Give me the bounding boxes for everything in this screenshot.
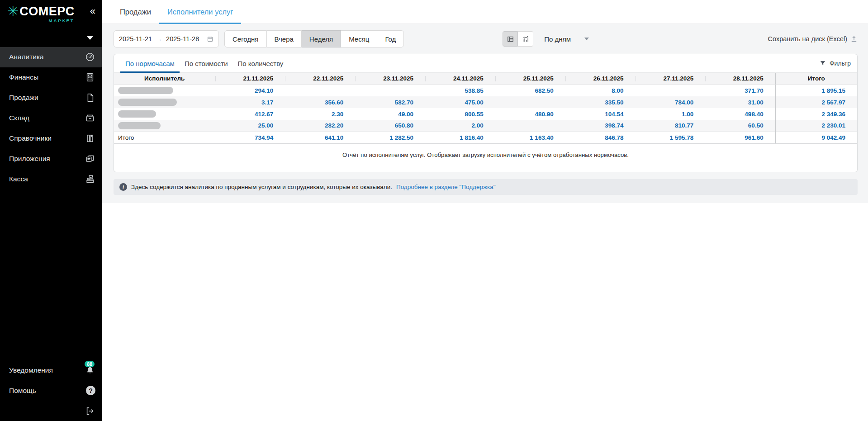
empty-area (102, 203, 868, 421)
notifications-badge: 88 (85, 361, 95, 368)
info-banner: i Здесь содержится аналитика по проданны… (114, 179, 858, 195)
funnel-icon (820, 60, 826, 66)
cell-value: 371.70 (705, 85, 775, 96)
table-row[interactable]: 3.17 356.60 582.70 475.00 335.50 784.00 … (114, 96, 857, 108)
cell-value (636, 85, 706, 96)
date-from: 2025-11-21 (119, 35, 152, 43)
range-button-month[interactable]: Месяц (341, 30, 377, 47)
tab-service-performers[interactable]: Исполнители услуг (159, 0, 241, 24)
store-selector-caret-icon[interactable] (86, 36, 94, 40)
tab-label: По стоимости (185, 60, 228, 67)
cell-value: 1.00 (636, 108, 706, 120)
report-caption: Отчёт по исполнителям услуг. Отображает … (114, 144, 857, 172)
cell-value: 104.54 (565, 108, 636, 120)
sidebar-item-logout[interactable] (0, 401, 102, 421)
column-header-date: 28.11.2025 (705, 73, 775, 85)
filter-button[interactable]: Фильтр (820, 54, 851, 72)
column-header-date: 24.11.2025 (425, 73, 495, 85)
sidebar-item-directories[interactable]: Справочники (0, 128, 102, 149)
sidebar-item-help[interactable]: Помощь ? (0, 380, 102, 401)
cell-value (285, 85, 355, 96)
total-value: 1 282.50 (355, 132, 425, 143)
cell-value: 60.50 (705, 120, 775, 132)
brand-subtitle: МАРКЕТ (7, 19, 75, 23)
cell-value: 800.55 (425, 108, 495, 120)
sidebar-item-warehouse[interactable]: Склад (0, 108, 102, 128)
tab-by-cost[interactable]: По стоимости (180, 54, 233, 72)
cell-value: 475.00 (425, 96, 495, 108)
table-row[interactable]: 412.67 2.30 49.00 800.55 480.90 104.54 1… (114, 108, 857, 120)
table-header-row: Исполнитель 21.11.2025 22.11.2025 23.11.… (114, 73, 857, 85)
cell-value: 582.70 (355, 96, 425, 108)
cell-value: 8.00 (565, 85, 636, 96)
date-to: 2025-11-28 (166, 35, 199, 43)
table-row[interactable]: 294.10 538.85 682.50 8.00 371.70 1 895.1… (114, 85, 857, 96)
document-icon (85, 92, 95, 103)
total-value: 734.94 (215, 132, 285, 143)
cell-value (495, 120, 565, 132)
sidebar-collapse-icon[interactable]: « (90, 6, 95, 16)
cell-total: 2 567.97 (775, 96, 857, 108)
table-view-button[interactable] (503, 31, 518, 47)
column-header-date: 22.11.2025 (285, 73, 355, 85)
total-value: 961.60 (705, 132, 775, 143)
filter-row: 2025-11-21 → 2025-11-28 Сегодня Вчера Не… (114, 30, 858, 47)
sidebar-item-label: Финансы (9, 73, 38, 81)
table-row[interactable]: 25.00 282.20 650.80 2.00 398.74 810.77 6… (114, 120, 857, 132)
chart-view-button[interactable] (518, 31, 533, 47)
cell-value: 356.60 (285, 96, 355, 108)
range-button-week[interactable]: Неделя (302, 30, 341, 47)
total-value: 1 163.40 (495, 132, 565, 143)
sidebar-item-apps[interactable]: Приложения (0, 149, 102, 169)
redacted-performer-name (118, 87, 173, 94)
cell-value: 398.74 (565, 120, 636, 132)
group-by-select[interactable]: По дням (544, 35, 589, 43)
cell-value: 49.00 (355, 108, 425, 120)
cell-value: 282.20 (285, 120, 355, 132)
total-row-label: Итого (114, 132, 215, 143)
sidebar-item-label: Продажи (9, 94, 38, 102)
logo[interactable]: ✳ COMEPC МАРКЕТ (7, 5, 75, 23)
tab-by-standard-hours[interactable]: По нормочасам (120, 54, 180, 72)
cell-total: 2 349.36 (775, 108, 857, 120)
tab-label: По нормочасам (125, 60, 175, 67)
redacted-performer-name (118, 110, 156, 118)
cell-value: 2.00 (425, 120, 495, 132)
logout-icon (85, 406, 95, 416)
grand-total-value: 9 042.49 (775, 132, 857, 143)
sidebar-item-finance[interactable]: Финансы (0, 67, 102, 88)
sidebar-item-label: Помощь (9, 387, 36, 395)
range-button-year[interactable]: Год (377, 30, 404, 47)
range-button-today[interactable]: Сегодня (224, 30, 267, 47)
column-header-date: 21.11.2025 (215, 73, 285, 85)
cell-value: 31.00 (705, 96, 775, 108)
sidebar-item-notifications[interactable]: Уведомления 88 (0, 360, 102, 380)
cell-value (355, 85, 425, 96)
group-by-value: По дням (544, 35, 571, 43)
cell-value: 294.10 (215, 85, 285, 96)
date-range-input[interactable]: 2025-11-21 → 2025-11-28 (114, 30, 219, 47)
range-button-yesterday[interactable]: Вчера (267, 30, 302, 47)
redacted-performer-name (118, 99, 177, 106)
sidebar-item-sales[interactable]: Продажи (0, 88, 102, 108)
book-icon (85, 133, 95, 144)
calculator-icon (85, 72, 95, 83)
sidebar-item-cashdesk[interactable]: Касса (0, 169, 102, 189)
cash-register-icon (85, 174, 95, 184)
tab-sales[interactable]: Продажи (112, 0, 159, 24)
sidebar-item-label: Аналитика (9, 53, 44, 61)
chart-view-icon (522, 35, 529, 43)
sidebar-bottom: Уведомления 88 Помощь ? (0, 360, 102, 421)
report-tabs: По нормочасам По стоимости По количеству… (114, 54, 857, 73)
total-value: 1 595.78 (636, 132, 706, 143)
export-excel-link[interactable]: Сохранить на диск (Excel) (768, 35, 858, 43)
sidebar-item-analytics[interactable]: Аналитика (0, 47, 102, 67)
cell-value: 25.00 (215, 120, 285, 132)
main-area: Продажи Исполнители услуг 2025-11-21 → 2… (102, 0, 868, 421)
cell-total: 2 230.01 (775, 120, 857, 132)
brand-name: COMEPC (19, 5, 75, 18)
support-link[interactable]: Подробнее в разделе "Поддержка" (396, 184, 496, 190)
cell-value: 3.17 (215, 96, 285, 108)
tab-by-quantity[interactable]: По количеству (233, 54, 289, 72)
cell-value: 682.50 (495, 85, 565, 96)
